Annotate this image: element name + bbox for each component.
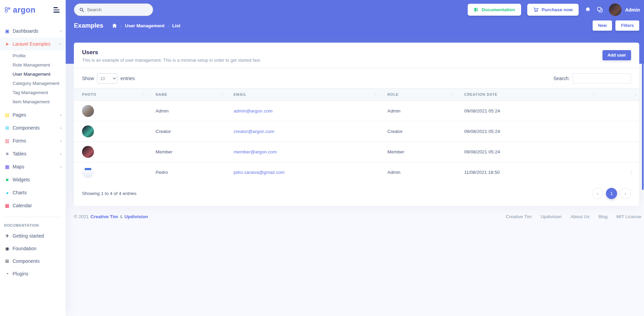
book-icon: [474, 7, 479, 12]
sort-icons[interactable]: [374, 93, 376, 96]
user-photo[interactable]: [82, 146, 94, 158]
copyright: © 2021 Creative Tim & Updivision: [74, 214, 148, 219]
search-input[interactable]: [87, 7, 147, 12]
sidebar-item-components[interactable]: ⊞ Components ›: [0, 121, 66, 134]
purchase-now-button[interactable]: Purchase now: [527, 4, 579, 16]
column-header-creation-date[interactable]: Creation date: [456, 88, 597, 101]
row-actions-icon[interactable]: [606, 170, 637, 175]
sidebar-divider: [4, 217, 62, 217]
sidebar-subitem-category-management[interactable]: Category Management: [0, 79, 66, 88]
sidebar-subitem-profile[interactable]: Profile: [0, 51, 66, 60]
pagination-page-1[interactable]: 1: [606, 188, 617, 199]
sidebar-toggle-button[interactable]: [52, 6, 61, 14]
maps-icon: ▦: [4, 164, 10, 169]
cart-icon: [533, 7, 538, 12]
footer-link-blog[interactable]: Blog: [598, 214, 608, 219]
column-header-name[interactable]: Name: [147, 88, 225, 101]
sidebar-subitem-user-management[interactable]: User Management: [0, 70, 66, 79]
user-name-cell: Pedro: [156, 170, 168, 175]
sidebar-subitem-item-management[interactable]: Item Management: [0, 97, 66, 106]
sort-icons[interactable]: [593, 93, 595, 96]
page-size-select[interactable]: 10: [97, 73, 117, 84]
sort-icons[interactable]: [221, 93, 223, 96]
documentation-button[interactable]: Documentation: [468, 4, 521, 16]
add-user-button[interactable]: Add user: [602, 50, 631, 60]
sidebar-item-calendar[interactable]: ▦ Calendar: [0, 199, 66, 212]
chevron-left-icon: ‹: [597, 191, 598, 196]
table-row: Creator creator@argon.com Creator 09/08/…: [74, 121, 639, 142]
laravel-examples-submenu: Profile Role Management User Management …: [0, 50, 66, 108]
user-email-link[interactable]: pdro.saraiva@gmail.com: [234, 170, 285, 175]
apps-button[interactable]: [597, 7, 603, 13]
breadcrumb-separator: -: [120, 23, 122, 28]
dashboards-icon: ▣: [4, 29, 10, 33]
sidebar-item-maps[interactable]: ▦ Maps ›: [0, 160, 66, 173]
footer-link-updivision[interactable]: Updivision: [541, 214, 562, 219]
new-button[interactable]: New: [593, 20, 612, 31]
user-photo[interactable]: [82, 105, 94, 117]
sidebar-item-foundation[interactable]: ◉ Foundation: [0, 242, 66, 255]
breadcrumb: - User Management - List: [112, 23, 180, 28]
footer-link-about-us[interactable]: About Us: [570, 214, 590, 219]
sidebar: argon ▣ Dashboards › ➤ Laravel Examples …: [0, 0, 66, 316]
documentation-heading: DOCUMENTATION: [0, 221, 66, 229]
sidebar-item-dashboards[interactable]: ▣ Dashboards ›: [0, 25, 66, 37]
users-table: Photo Name Email: [74, 88, 639, 182]
top-navbar: Documentation Purchase now: [66, 0, 644, 19]
chevron-right-icon: ›: [60, 125, 62, 130]
sidebar-item-components[interactable]: ⊞ Components: [0, 255, 66, 267]
sidebar-item-tables[interactable]: ≡ Tables ›: [0, 147, 66, 160]
table-header-row: Photo Name Email: [74, 88, 639, 101]
sidebar-item-pages[interactable]: ▤ Pages ›: [0, 108, 66, 121]
sidebar-subitem-tag-management[interactable]: Tag Management: [0, 88, 66, 97]
filters-button[interactable]: Filters: [615, 20, 639, 31]
user-email-link[interactable]: creator@argon.com: [234, 129, 274, 134]
user-email-link[interactable]: admin@argon.com: [234, 108, 272, 114]
sidebar-item-laravel-examples[interactable]: ➤ Laravel Examples ›: [0, 37, 66, 50]
footer-link-mit-license[interactable]: MIT License: [616, 214, 641, 219]
breadcrumb-item-user-management[interactable]: User Management: [125, 23, 164, 28]
table-row: Member member@argon.com Member 09/08/202…: [74, 142, 639, 162]
foundation-icon: ◉: [4, 246, 10, 251]
user-photo[interactable]: [82, 166, 94, 178]
user-name-cell: Admin: [156, 108, 168, 114]
chevron-right-icon: ›: [60, 164, 62, 169]
column-header-email[interactable]: Email: [225, 88, 379, 101]
table-search-input[interactable]: [573, 73, 631, 84]
chevron-right-icon: ›: [60, 151, 62, 156]
user-menu[interactable]: Admin: [609, 3, 640, 16]
chevron-right-icon: ›: [625, 191, 626, 196]
column-header-photo[interactable]: Photo: [74, 88, 147, 101]
chevron-right-icon: ›: [60, 112, 62, 117]
sidebar-item-charts[interactable]: ◕ Charts: [0, 186, 66, 199]
scrollbar-thumb[interactable]: [642, 44, 644, 190]
table-row: Admin admin@argon.com Admin 09/08/2021 0…: [74, 101, 639, 121]
pagination-prev-button[interactable]: ‹: [592, 188, 603, 199]
user-email-link[interactable]: member@argon.com: [234, 149, 277, 154]
sidebar-item-forms[interactable]: ▥ Forms ›: [0, 134, 66, 147]
sidebar-subitem-role-management[interactable]: Role Management: [0, 60, 66, 70]
search-icon: [80, 7, 84, 12]
sort-icons[interactable]: [451, 93, 453, 96]
sort-icons[interactable]: [143, 93, 145, 96]
getting-started-icon: ✈: [4, 234, 10, 238]
column-header-actions[interactable]: [597, 88, 639, 101]
home-icon[interactable]: [112, 23, 117, 28]
sidebar-item-getting-started[interactable]: ✈ Getting started: [0, 229, 66, 242]
pagination-next-button[interactable]: ›: [620, 188, 631, 199]
updivision-link[interactable]: Updivision: [125, 214, 148, 219]
column-header-role[interactable]: Role: [379, 88, 456, 101]
users-card: Users This is an example of user managem…: [74, 43, 639, 206]
copy-icon: [597, 7, 603, 13]
sort-icons[interactable]: [634, 93, 637, 96]
footer-link-creative-tim[interactable]: Creative Tim: [506, 214, 532, 219]
user-photo[interactable]: [82, 125, 94, 137]
table-controls: Show 10 entries Search:: [74, 68, 639, 88]
breadcrumb-item-list[interactable]: List: [172, 23, 180, 28]
notifications-button[interactable]: [585, 7, 591, 13]
sidebar-item-widgets[interactable]: ■ Widgets: [0, 173, 66, 186]
global-search[interactable]: [74, 3, 153, 16]
creative-tim-link[interactable]: Creative Tim: [91, 214, 118, 219]
argon-logo[interactable]: argon: [4, 5, 35, 15]
sidebar-item-plugins[interactable]: ◔ Plugins: [0, 267, 66, 280]
